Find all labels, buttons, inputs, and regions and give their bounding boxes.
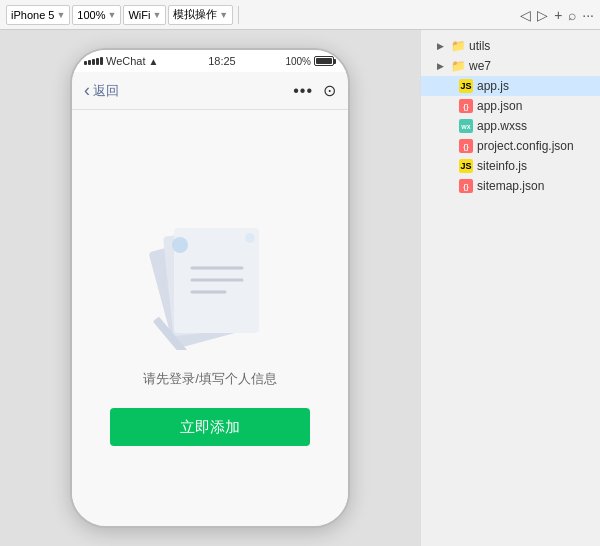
- nav-more-icon[interactable]: •••: [293, 82, 313, 100]
- signal-dot-5: [100, 57, 103, 65]
- we7-arrow-icon: ▶: [437, 61, 447, 71]
- zoom-selector[interactable]: 100% ▼: [72, 5, 121, 25]
- app-js-icon: JS: [459, 79, 473, 93]
- back-chevron-icon: ‹: [84, 80, 90, 101]
- file-tree: ▶ 📁 utils ▶ 📁 we7 JS app.js {} app.json …: [420, 30, 600, 546]
- signal-dot-3: [92, 59, 95, 65]
- illustration: [130, 190, 290, 350]
- signal-dot-2: [88, 60, 91, 65]
- app-wxss-icon: wx: [459, 119, 473, 133]
- utils-label: utils: [469, 39, 490, 53]
- status-left: WeChat ▲: [84, 55, 158, 67]
- tree-item-app-json[interactable]: {} app.json: [421, 96, 600, 116]
- tree-item-project-config[interactable]: {} project.config.json: [421, 136, 600, 156]
- app-name: WeChat: [106, 55, 146, 67]
- tree-item-sitemap-json[interactable]: {} sitemap.json: [421, 176, 600, 196]
- illustration-svg: [130, 190, 290, 350]
- toolbar-icons: ◁ ▷ + ⌕ ···: [520, 7, 594, 23]
- battery-body: [314, 56, 334, 66]
- zoom-label: 100%: [77, 9, 105, 21]
- status-bar: WeChat ▲ 18:25 100%: [72, 50, 348, 72]
- tree-item-we7[interactable]: ▶ 📁 we7: [421, 56, 600, 76]
- svg-point-9: [245, 233, 255, 243]
- simulator-panel: WeChat ▲ 18:25 100% ‹: [0, 30, 420, 546]
- signal-dot-4: [96, 58, 99, 65]
- project-config-icon: {}: [459, 139, 473, 153]
- battery-fill: [316, 58, 332, 64]
- app-json-label: app.json: [477, 99, 522, 113]
- nav-back-button[interactable]: ‹ 返回: [84, 80, 119, 101]
- status-right: 100%: [285, 56, 336, 67]
- nav-actions: ••• ⊙: [293, 81, 336, 100]
- toolbar: iPhone 5 ▼ 100% ▼ WiFi ▼ 模拟操作 ▼ ◁ ▷ + ⌕ …: [0, 0, 600, 30]
- main-area: WeChat ▲ 18:25 100% ‹: [0, 30, 600, 546]
- tree-item-utils[interactable]: ▶ 📁 utils: [421, 36, 600, 56]
- page-content: 请先登录/填写个人信息 立即添加: [72, 110, 348, 526]
- utils-arrow-icon: ▶: [437, 41, 447, 51]
- wifi-icon: ▲: [149, 56, 159, 67]
- add-button[interactable]: 立即添加: [110, 408, 310, 446]
- svg-point-8: [172, 237, 188, 253]
- phone-frame: WeChat ▲ 18:25 100% ‹: [70, 48, 350, 528]
- mode-label: 模拟操作: [173, 7, 217, 22]
- app-json-icon: {}: [459, 99, 473, 113]
- search-icon[interactable]: ⌕: [568, 7, 576, 23]
- signal-dot-1: [84, 61, 87, 65]
- siteinfo-js-icon: JS: [459, 159, 473, 173]
- next-icon[interactable]: ▷: [537, 7, 548, 23]
- device-label: iPhone 5: [11, 9, 54, 21]
- sitemap-json-icon: {}: [459, 179, 473, 193]
- prev-icon[interactable]: ◁: [520, 7, 531, 23]
- battery-tip: [334, 59, 336, 64]
- status-time: 18:25: [208, 55, 236, 67]
- prompt-text: 请先登录/填写个人信息: [143, 370, 277, 388]
- battery-icon: [314, 56, 336, 66]
- tree-item-app-wxss[interactable]: wx app.wxss: [421, 116, 600, 136]
- network-label: WiFi: [128, 9, 150, 21]
- app-js-label: app.js: [477, 79, 509, 93]
- mode-selector[interactable]: 模拟操作 ▼: [168, 5, 233, 25]
- battery-pct: 100%: [285, 56, 311, 67]
- we7-label: we7: [469, 59, 491, 73]
- tree-item-app-js[interactable]: JS app.js: [421, 76, 600, 96]
- sitemap-json-label: sitemap.json: [477, 179, 544, 193]
- toolbar-divider: [238, 6, 239, 24]
- more-icon[interactable]: ···: [582, 7, 594, 23]
- nav-scan-icon[interactable]: ⊙: [323, 81, 336, 100]
- app-wxss-label: app.wxss: [477, 119, 527, 133]
- we7-folder-icon: 📁: [451, 59, 465, 73]
- network-selector[interactable]: WiFi ▼: [123, 5, 166, 25]
- device-selector[interactable]: iPhone 5 ▼: [6, 5, 70, 25]
- nav-bar: ‹ 返回 ••• ⊙: [72, 72, 348, 110]
- back-label: 返回: [93, 82, 119, 100]
- siteinfo-js-label: siteinfo.js: [477, 159, 527, 173]
- tree-item-siteinfo-js[interactable]: JS siteinfo.js: [421, 156, 600, 176]
- add-icon[interactable]: +: [554, 7, 562, 23]
- signal-dots: [84, 57, 103, 65]
- project-config-label: project.config.json: [477, 139, 574, 153]
- utils-folder-icon: 📁: [451, 39, 465, 53]
